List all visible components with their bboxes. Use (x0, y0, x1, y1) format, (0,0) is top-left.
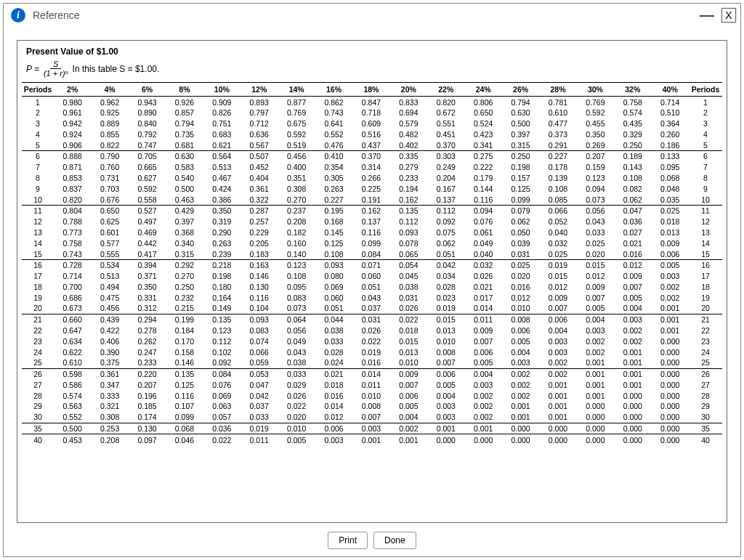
value-cell: 0.567 (240, 139, 278, 150)
value-cell: 0.820 (427, 97, 464, 107)
value-cell: 0.270 (278, 194, 315, 205)
value-cell: 0.312 (129, 303, 166, 314)
value-cell: 0.076 (464, 216, 501, 227)
value-cell: 0.373 (539, 129, 576, 140)
period-cell: 5 (22, 139, 54, 150)
period-cell: 1 (22, 97, 54, 107)
period-cell: 28 (689, 390, 722, 401)
value-cell: 0.140 (278, 248, 315, 259)
value-cell: 0.083 (240, 325, 278, 336)
value-cell: 0.071 (352, 259, 389, 270)
period-cell: 9 (689, 183, 722, 194)
value-cell: 0.586 (54, 380, 91, 391)
value-cell: 0.020 (278, 412, 315, 423)
table-row: 140.7580.5770.4420.3400.2630.2050.1600.1… (22, 238, 722, 248)
value-cell: 0.423 (464, 129, 501, 140)
value-cell: 0.033 (278, 368, 315, 379)
period-cell: 2 (689, 107, 722, 118)
value-cell: 0.439 (91, 314, 128, 325)
done-button[interactable]: Done (373, 532, 416, 549)
value-cell: 0.104 (240, 303, 278, 314)
value-cell: 0.000 (614, 423, 651, 434)
value-cell: 0.452 (240, 162, 278, 173)
value-cell: 0.015 (577, 259, 614, 270)
value-cell: 0.820 (54, 194, 91, 205)
period-cell: 21 (22, 314, 54, 325)
value-cell: 0.000 (652, 368, 690, 379)
value-cell: 0.014 (315, 401, 352, 412)
value-cell: 0.001 (577, 357, 614, 368)
value-cell: 0.045 (390, 271, 427, 282)
period-cell: 8 (689, 173, 722, 184)
value-cell: 0.049 (464, 238, 501, 248)
col-rate-2: 6% (129, 83, 166, 97)
value-cell: 0.005 (652, 259, 690, 270)
col-rate-14: 30% (577, 83, 614, 97)
table-row: 120.7880.6250.4970.3970.3190.2570.2080.1… (22, 216, 722, 227)
col-periods-right: Periods (689, 83, 722, 97)
value-cell: 0.011 (464, 314, 501, 325)
value-cell: 0.314 (352, 162, 389, 173)
value-cell: 0.080 (315, 271, 352, 282)
value-cell: 0.123 (203, 325, 240, 336)
table-row: 260.5980.3610.2200.1350.0840.0530.0330.0… (22, 368, 722, 379)
value-cell: 0.002 (539, 368, 576, 379)
value-cell: 0.051 (315, 303, 352, 314)
value-cell: 0.003 (614, 314, 651, 325)
value-cell: 0.263 (203, 238, 240, 248)
value-cell: 0.000 (652, 336, 690, 346)
close-button[interactable]: X (721, 8, 736, 23)
value-cell: 0.681 (166, 139, 203, 150)
value-cell: 0.043 (278, 346, 315, 357)
value-cell: 0.410 (315, 151, 352, 162)
period-cell: 29 (689, 401, 722, 412)
value-cell: 0.000 (577, 434, 614, 445)
value-cell: 0.059 (240, 357, 278, 368)
value-cell: 0.205 (240, 238, 278, 248)
value-cell: 0.001 (614, 357, 651, 368)
period-cell: 24 (22, 346, 54, 357)
value-cell: 0.001 (577, 390, 614, 401)
value-cell: 0.009 (539, 292, 576, 303)
value-cell: 0.112 (390, 216, 427, 227)
value-cell: 0.000 (614, 390, 651, 401)
value-cell: 0.540 (166, 173, 203, 184)
value-cell: 0.350 (577, 129, 614, 140)
value-cell: 0.056 (577, 206, 614, 216)
value-cell: 0.000 (614, 434, 651, 445)
value-cell: 0.001 (614, 380, 651, 391)
value-cell: 0.364 (652, 118, 690, 129)
value-cell: 0.000 (652, 390, 690, 401)
value-cell: 0.456 (278, 151, 315, 162)
value-cell: 0.321 (91, 401, 128, 412)
table-row: 200.6730.4560.3120.2150.1490.1040.0730.0… (22, 303, 722, 314)
value-cell: 0.130 (129, 423, 166, 434)
col-rate-7: 16% (315, 83, 352, 97)
period-cell: 17 (689, 271, 722, 282)
print-button[interactable]: Print (328, 532, 368, 549)
value-cell: 0.574 (54, 390, 91, 401)
value-cell: 0.068 (652, 173, 690, 184)
value-cell: 0.303 (427, 151, 464, 162)
value-cell: 0.004 (539, 325, 576, 336)
period-cell: 7 (22, 162, 54, 173)
value-cell: 0.054 (390, 259, 427, 270)
value-cell: 0.037 (352, 303, 389, 314)
value-cell: 0.139 (539, 173, 576, 184)
value-cell: 0.000 (652, 423, 690, 434)
value-cell: 0.563 (54, 401, 91, 412)
value-cell: 0.006 (539, 314, 576, 325)
value-cell: 0.016 (502, 281, 539, 292)
value-cell: 0.062 (502, 216, 539, 227)
value-cell: 0.069 (203, 390, 240, 401)
period-cell: 9 (22, 183, 54, 194)
value-cell: 0.002 (464, 401, 501, 412)
value-cell: 0.451 (427, 129, 464, 140)
minimize-button[interactable]: — (697, 7, 717, 23)
value-cell: 0.609 (352, 118, 389, 129)
col-rate-15: 32% (614, 83, 651, 97)
period-cell: 15 (689, 248, 722, 259)
value-cell: 0.208 (91, 434, 128, 445)
value-cell: 0.672 (427, 107, 464, 118)
period-cell: 15 (22, 248, 54, 259)
